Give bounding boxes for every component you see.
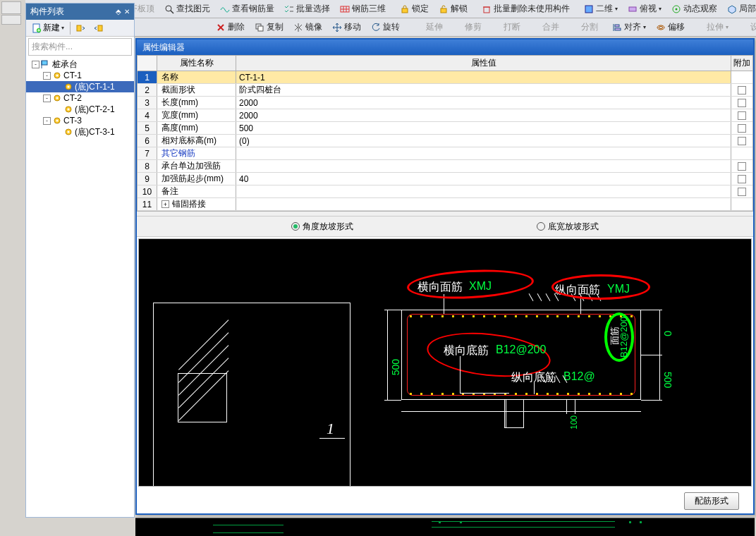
- tb-break: 打断: [487, 20, 525, 35]
- checkbox[interactable]: [738, 86, 746, 95]
- checkbox[interactable]: [738, 188, 746, 196]
- tree-row[interactable]: -CT-1: [26, 70, 134, 81]
- checkbox[interactable]: [738, 137, 746, 145]
- checkbox[interactable]: [738, 124, 746, 133]
- tree-label: CT-3: [63, 116, 82, 126]
- svg-point-34: [56, 75, 59, 77]
- tree-row[interactable]: -CT-3: [26, 115, 134, 126]
- panel-tb-icon1[interactable]: [73, 23, 89, 34]
- cad-bottom-strip: [135, 518, 755, 536]
- tree-label: 桩承台: [52, 59, 78, 71]
- tb-delete[interactable]: 删除: [212, 20, 249, 35]
- property-row[interactable]: 4宽度(mm)2000: [138, 109, 752, 122]
- search-input[interactable]: 搜索构件...: [28, 38, 132, 56]
- tb-rotate[interactable]: 旋转: [367, 20, 404, 35]
- tb-rebar-3d[interactable]: 钢筋三维: [336, 1, 390, 16]
- tree-toggle[interactable]: -: [43, 117, 51, 125]
- tree-row[interactable]: -CT-2: [26, 92, 134, 104]
- svg-rect-10: [402, 8, 408, 13]
- svg-point-2: [166, 6, 171, 11]
- tb-batch-select[interactable]: 批量选择: [280, 1, 334, 16]
- col-att-header: 附加: [731, 56, 752, 71]
- tb-orbit[interactable]: 动态观察: [667, 1, 721, 16]
- panel-tb-icon2[interactable]: [90, 23, 106, 34]
- svg-rect-14: [585, 6, 592, 13]
- tree-row[interactable]: (底)CT-3-1: [26, 126, 134, 138]
- dim-500-r: 500: [662, 372, 673, 388]
- new-icon: [32, 23, 42, 33]
- radio-width-slope[interactable]: 底宽放坡形式: [537, 221, 599, 233]
- dim-100: 100: [569, 415, 579, 430]
- tb-offset[interactable]: 偏移: [652, 20, 689, 35]
- tb-copy[interactable]: 复制: [250, 20, 288, 35]
- side-code: B12@200: [618, 317, 629, 358]
- rebar-form-button[interactable]: 配筋形式: [684, 492, 739, 510]
- property-row[interactable]: 10备注: [138, 185, 752, 198]
- checkbox[interactable]: [738, 99, 746, 107]
- property-row[interactable]: 8承台单边加强筋: [138, 160, 752, 173]
- pin-icon[interactable]: ⬘: [116, 8, 121, 16]
- align2-icon: [612, 23, 622, 32]
- tree-toggle[interactable]: -: [43, 95, 51, 102]
- tb-batch-del[interactable]: 批量删除未使用构件: [477, 1, 574, 16]
- property-row[interactable]: 1名称CT-1-1: [138, 71, 752, 84]
- tb-rebar-qty[interactable]: 查看钢筋量: [216, 1, 279, 16]
- trim-icon: [453, 23, 463, 32]
- property-row[interactable]: 6相对底标高(m)(0): [138, 135, 752, 147]
- svg-point-38: [56, 97, 59, 99]
- new-button[interactable]: 新建▾: [29, 21, 67, 35]
- break-icon: [492, 23, 501, 32]
- strip-chip[interactable]: [1, 15, 21, 25]
- tree-toggle[interactable]: -: [32, 61, 39, 68]
- tb-2d[interactable]: 二维▾: [580, 1, 622, 16]
- property-editor-window: 属性编辑器 属性名称 属性值 附加 1名称CT-1-12截面形状阶式四桩台3长度…: [135, 38, 755, 515]
- svg-rect-29: [77, 25, 81, 31]
- move-icon: [332, 23, 342, 32]
- strip-chip[interactable]: [1, 1, 21, 14]
- tb-local-3d[interactable]: 局部三维: [723, 1, 756, 16]
- tb-stretch: 拉伸▾: [690, 20, 733, 35]
- tb-top-view[interactable]: 俯视▾: [623, 1, 666, 16]
- tb-mirror[interactable]: 镜像: [289, 20, 327, 35]
- annotation-ellipse-2: [551, 274, 650, 300]
- tb-clamp: 设置夹: [734, 20, 756, 35]
- tree-toggle[interactable]: -: [43, 72, 51, 80]
- tb-find[interactable]: 查找图元: [160, 1, 214, 16]
- svg-rect-21: [258, 26, 263, 31]
- extend-icon: [414, 23, 424, 32]
- property-row[interactable]: 5高度(mm)500: [138, 122, 752, 135]
- property-row[interactable]: 3长度(mm)2000: [138, 97, 752, 109]
- dim-500-l: 500: [390, 359, 401, 375]
- checkbox[interactable]: [738, 162, 746, 171]
- property-row[interactable]: 11+锚固搭接: [138, 198, 752, 211]
- property-grid-header: 属性名称 属性值 附加: [138, 56, 752, 71]
- tb-align[interactable]: 对齐▾: [608, 20, 650, 35]
- bot-rebar-dots: [410, 393, 633, 395]
- tree-row[interactable]: -桩承台: [26, 59, 134, 70]
- cube-icon: [727, 4, 737, 14]
- property-row[interactable]: 7其它钢筋: [138, 147, 752, 160]
- dim-0: 0: [662, 331, 673, 336]
- svg-point-40: [68, 109, 70, 111]
- close-icon[interactable]: ✕: [124, 8, 130, 16]
- copy-icon: [255, 23, 264, 32]
- svg-point-17: [676, 8, 678, 10]
- tb-lock[interactable]: 锁定: [396, 1, 433, 16]
- top-rebar-dots: [410, 315, 633, 317]
- radio-angle-slope[interactable]: 角度放坡形式: [291, 221, 353, 233]
- property-row[interactable]: 9加强筋起步(mm)40: [138, 173, 752, 185]
- unlock-icon: [439, 4, 449, 14]
- tb-move[interactable]: 移动: [328, 20, 365, 35]
- property-row[interactable]: 2截面形状阶式四桩台: [138, 84, 752, 97]
- gear-icon: [63, 105, 73, 114]
- tb-merge: 合并: [526, 20, 563, 35]
- tree-row[interactable]: (底)CT-2-1: [26, 104, 134, 115]
- tree-row[interactable]: (底)CT-1-1: [26, 81, 134, 92]
- checkbox[interactable]: [738, 111, 746, 120]
- svg-point-42: [56, 120, 59, 122]
- tb-unlock[interactable]: 解锁: [434, 1, 472, 16]
- tree-label: (底)CT-2-1: [75, 104, 115, 116]
- svg-rect-15: [629, 7, 636, 11]
- gear-icon: [52, 116, 62, 125]
- checkbox[interactable]: [738, 175, 746, 183]
